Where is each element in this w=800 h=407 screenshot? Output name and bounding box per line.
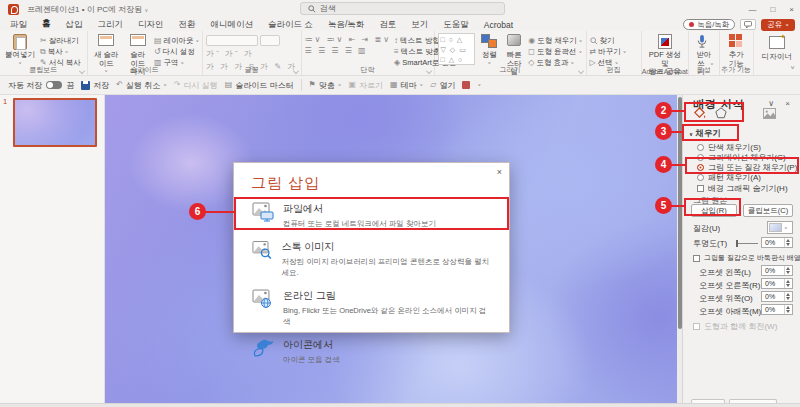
- dialog-close-icon[interactable]: ×: [497, 167, 502, 177]
- tab-record[interactable]: 녹음/녹화: [326, 18, 366, 32]
- rotate-with-shape-checkbox[interactable]: 도형과 함께 회전(W): [693, 321, 777, 332]
- save-button[interactable]: 저장: [81, 80, 109, 91]
- panel-close-icon[interactable]: ×: [785, 99, 790, 108]
- chevron-down-icon: ∨: [195, 39, 199, 43]
- spinner-arrows-icon[interactable]: [784, 279, 791, 288]
- paragraph-group-label: 단락: [302, 65, 434, 75]
- share-button[interactable]: 공유∨: [761, 19, 795, 31]
- find-button[interactable]: 찾기: [590, 36, 627, 46]
- ribbon-collapse-icon[interactable]: ∨: [790, 65, 795, 71]
- alignment-buttons[interactable]: ☰ ☰ ☰ ☰ ▥: [305, 46, 392, 55]
- autosave-toggle[interactable]: 자동 저장 끔: [8, 80, 74, 91]
- reset-button[interactable]: ↺다시 설정: [154, 47, 199, 57]
- reset-icon: ↺: [154, 48, 161, 56]
- font-name-select[interactable]: [206, 35, 258, 46]
- maximize-icon[interactable]: □: [770, 5, 775, 14]
- search-input[interactable]: 검색: [300, 2, 505, 15]
- quick-styles-icon: [507, 34, 521, 46]
- insert-picture-button[interactable]: 삽입(R): [691, 204, 737, 217]
- open-button[interactable]: ▱열기: [430, 80, 455, 91]
- effects-pentagon-icon[interactable]: [713, 106, 729, 120]
- find-label: 찾기: [600, 36, 615, 46]
- font-size-buttons[interactable]: 가ˆ 가ˇ 가: [206, 48, 297, 59]
- paste-button[interactable]: 붙여넣기 ∨: [3, 33, 37, 66]
- fill-section-header[interactable]: ∨ 채우기: [689, 128, 721, 140]
- minimize-icon[interactable]: —: [748, 5, 756, 14]
- redo-button[interactable]: ↷다시 실행: [174, 80, 218, 91]
- tab-design[interactable]: 디자인: [136, 18, 166, 32]
- spinner-arrows-icon[interactable]: [784, 238, 791, 247]
- fill-bucket-icon[interactable]: [691, 106, 707, 120]
- tile-checkbox[interactable]: 그림을 질감으로 바둑판식 배열(I): [693, 253, 800, 263]
- annotation-badge-2: 2: [655, 102, 672, 119]
- window-close-icon[interactable]: ×: [789, 5, 794, 14]
- copy-button[interactable]: ⧉복사∨: [40, 47, 81, 57]
- tab-acrobat[interactable]: Acrobat: [482, 19, 515, 31]
- offset-bottom-spinner[interactable]: 0%: [761, 304, 793, 315]
- reset-background-button[interactable]: [729, 399, 777, 403]
- font-size-select[interactable]: [260, 35, 280, 46]
- tab-animations[interactable]: 애니메이션: [209, 18, 256, 32]
- layout-button[interactable]: ▤레이아웃∨: [154, 36, 199, 46]
- addins-button[interactable]: 추가 기능: [725, 33, 747, 69]
- tab-file[interactable]: 파일: [8, 18, 29, 32]
- crop-label: 자르기: [359, 80, 383, 91]
- tab-insert[interactable]: 삽입: [64, 18, 85, 32]
- tab-review[interactable]: 검토: [377, 18, 398, 32]
- tab-transitions[interactable]: 전환: [177, 18, 198, 32]
- offset-right-spinner[interactable]: 0%: [761, 278, 793, 289]
- replace-label: 바꾸기: [598, 47, 621, 57]
- tab-help[interactable]: 도움말: [441, 18, 471, 32]
- offset-left-spinner[interactable]: 0%: [761, 265, 793, 276]
- slide-thumbnail[interactable]: [13, 98, 97, 147]
- share-button-label: 공유: [767, 20, 782, 30]
- texture-dropdown[interactable]: ∨: [767, 221, 793, 234]
- shapes-gallery[interactable]: □ ○ △ ▽ ◇ ▭ □ △ ○ ▭ ◇ ▽ ○ □ ◇ △ ▭ ▽: [438, 33, 476, 65]
- find-icon: [590, 37, 598, 45]
- cut-button[interactable]: ✂잘라내기: [40, 36, 81, 46]
- chevron-down-icon[interactable]: ∨: [145, 7, 149, 13]
- arrange-button[interactable]: 정렬 ∨: [478, 33, 500, 66]
- record-button[interactable]: 녹음/녹화: [683, 19, 735, 30]
- undo-button[interactable]: ↶실행 취소∨: [116, 80, 167, 91]
- voice-group: 받아 쓰기∨ 음성: [689, 31, 720, 75]
- clipboard-button[interactable]: 클립보드(C): [743, 204, 793, 217]
- align-text-icon: ≡: [394, 48, 399, 56]
- autosave-label: 자동 저장: [8, 80, 42, 91]
- shape-fill-button[interactable]: ◉도형 채우기∨: [528, 36, 582, 46]
- theme-button[interactable]: ▦테마∨: [390, 80, 423, 91]
- tab-slideshow[interactable]: 슬라이드 쇼: [266, 18, 315, 32]
- crop-button[interactable]: ▣자르기: [348, 80, 383, 91]
- new-slide-icon: [98, 34, 114, 46]
- replace-button[interactable]: ⇄바꾸기∨: [590, 47, 627, 57]
- tab-draw[interactable]: 그리기: [96, 18, 126, 32]
- option-pattern-fill[interactable]: 패턴 채우기(A): [697, 172, 761, 183]
- spinner-arrows-icon[interactable]: [784, 292, 791, 301]
- dialog-item-from-file[interactable]: 파일에서컴퓨터 또는 로컬 네트워크에서 파일 찾아보기: [250, 200, 495, 231]
- list-indent-buttons[interactable]: ≔∨ ≕∨ ⇤ ⇥ ≣∨: [305, 35, 392, 44]
- font-group: 가ˆ 가ˇ 가 가 가 가 S 가 ✎ 가 글꼴: [203, 31, 301, 75]
- designer-button[interactable]: 디자이너: [760, 35, 794, 63]
- slide-number: 1: [3, 97, 7, 106]
- rotate-label: 도형과 함께 회전(W): [704, 321, 777, 332]
- tab-view[interactable]: 보기: [409, 18, 430, 32]
- qat-more-icon[interactable]: ∨: [477, 83, 481, 87]
- dialog-item-from-icons[interactable]: 아이콘에서아이콘 모음 검색: [250, 336, 495, 367]
- spinner-arrows-icon[interactable]: [784, 305, 791, 314]
- transparency-spinner[interactable]: 0%: [761, 237, 793, 248]
- comments-button[interactable]: [740, 19, 756, 30]
- spinner-arrows-icon[interactable]: [784, 266, 791, 275]
- shape-outline-button[interactable]: ◻도형 윤곽선∨: [528, 47, 582, 57]
- hide-background-checkbox[interactable]: 배경 그래픽 숨기기(H): [697, 183, 788, 194]
- fit-button[interactable]: ⚑맞춤∨: [309, 80, 342, 91]
- apply-all-button[interactable]: [691, 399, 725, 403]
- transparency-slider[interactable]: [736, 243, 758, 244]
- acrobat-group: PDF 생성 및 링크 공유 Adobe Acrobat: [642, 31, 689, 75]
- color-icon[interactable]: [462, 81, 470, 89]
- slide-master-button[interactable]: ▤슬라이드 마스터: [225, 80, 294, 91]
- picture-icon[interactable]: [761, 106, 777, 120]
- addins-group-label: 추가 기능: [720, 65, 753, 75]
- offset-top-spinner[interactable]: 0%: [761, 291, 793, 302]
- dialog-item-online-pictures[interactable]: 온라인 그림Bing, Flickr 또는 OneDrive와 같은 온라인 소…: [250, 287, 495, 329]
- dialog-item-stock-images[interactable]: 스톡 이미지저장된 이미지 라이브러리의 프리미엄 콘텐츠로 상상력을 펼치세요…: [250, 238, 495, 280]
